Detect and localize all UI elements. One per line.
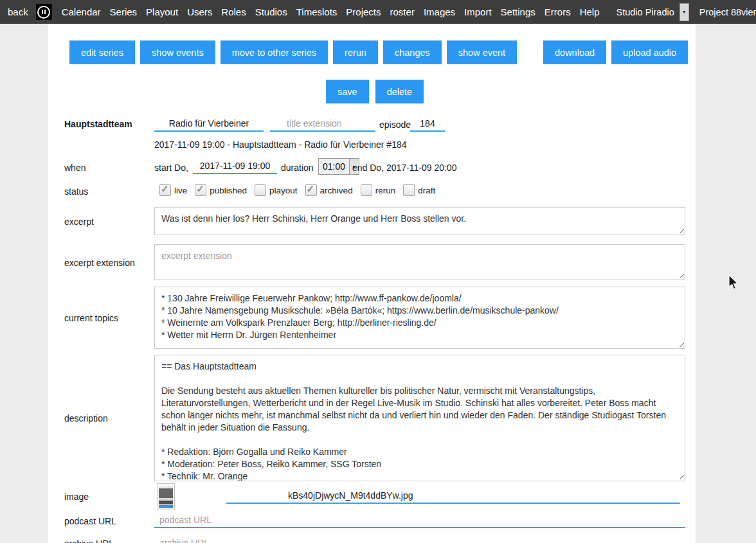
- save-button[interactable]: save: [326, 80, 369, 103]
- project-select-value: Project 88vier: [696, 7, 756, 17]
- playout-checkbox-label: playout: [269, 186, 298, 195]
- rerun-checkbox-label: rerun: [375, 186, 396, 195]
- nav-item-users[interactable]: Users: [187, 6, 212, 17]
- live-checkbox-label: live: [174, 186, 187, 195]
- move-to-other-series-button[interactable]: move to other series: [221, 40, 328, 64]
- episode-summary-line: 2017-11-09 19:00 - Hauptstadtteam - Radi…: [154, 139, 407, 150]
- title-input[interactable]: [154, 116, 264, 132]
- archived-checkbox[interactable]: [305, 184, 317, 196]
- download-button[interactable]: download: [543, 40, 606, 64]
- archive-url-label: archive URL: [64, 539, 114, 543]
- excerpt-textarea[interactable]: Was ist denn hier los? Herr Schinski, He…: [154, 207, 685, 235]
- podcast-url-label: podcast URL: [64, 516, 116, 526]
- save-toolbar: save delete: [326, 80, 424, 103]
- excerpt-field-wrap: Was ist denn hier los? Herr Schinski, He…: [154, 207, 685, 235]
- end-datetime-text: end Do, 2017-11-09 20:00: [352, 163, 456, 173]
- status-checkbox-group: live published playout archived rerun dr…: [159, 184, 443, 196]
- nav-item-roles[interactable]: Roles: [221, 6, 246, 17]
- status-item-published[interactable]: published: [195, 184, 247, 196]
- episode-image-thumbnail[interactable]: [157, 483, 175, 510]
- episode-input[interactable]: [410, 116, 445, 132]
- nav-item-import[interactable]: Import: [464, 6, 492, 17]
- status-label: status: [64, 186, 88, 197]
- mouse-cursor: [728, 274, 739, 291]
- description-label: description: [64, 413, 108, 423]
- published-checkbox-label: published: [210, 186, 247, 195]
- image-label: image: [64, 492, 89, 502]
- edit-series-button[interactable]: edit series: [69, 40, 135, 64]
- start-datetime-input[interactable]: [193, 159, 277, 174]
- series-name-label: Hauptstadtteam: [64, 119, 132, 129]
- nav-item-help[interactable]: Help: [580, 6, 600, 17]
- studio-select[interactable]: Studio Piradio ▼: [613, 3, 689, 21]
- project-select[interactable]: Project 88vier ▼: [696, 3, 756, 21]
- thumbnail-picture: [159, 485, 173, 504]
- rerun-button[interactable]: rerun: [333, 40, 378, 64]
- description-field-wrap: == Das Hauptstadtteam Die Sendung besteh…: [154, 355, 685, 481]
- nav-item-series[interactable]: Series: [110, 6, 138, 17]
- excerpt-extension-textarea[interactable]: [154, 244, 685, 280]
- archive-url-input[interactable]: [154, 536, 685, 543]
- chevron-down-icon: ▼: [680, 3, 689, 21]
- nav-item-images[interactable]: Images: [424, 6, 455, 17]
- rerun-checkbox[interactable]: [361, 184, 372, 196]
- upload-audio-button[interactable]: upload audio: [611, 40, 688, 64]
- podcast-url-input[interactable]: [154, 513, 685, 528]
- published-checkbox[interactable]: [195, 184, 206, 196]
- status-item-live[interactable]: live: [159, 184, 187, 196]
- nav-item-calendar[interactable]: Calendar: [62, 6, 101, 17]
- live-checkbox[interactable]: [159, 184, 171, 196]
- audio-toolbar: download upload audio: [543, 40, 688, 64]
- app-screen: back Calendar Series Playout Users Roles…: [0, 0, 756, 543]
- duration-label: duration: [281, 163, 314, 173]
- series-toolbar: edit series show events move to other se…: [69, 40, 517, 64]
- start-prefix-label: start Do,: [154, 163, 188, 173]
- image-filename-input[interactable]: [226, 488, 680, 504]
- status-item-playout[interactable]: playout: [255, 184, 298, 196]
- excerpt-extension-field-wrap: [154, 244, 685, 280]
- status-item-archived[interactable]: archived: [305, 184, 353, 196]
- changes-button[interactable]: changes: [383, 40, 442, 64]
- nav-item-studios[interactable]: Studios: [255, 6, 287, 17]
- description-textarea[interactable]: == Das Hauptstadtteam Die Sendung besteh…: [154, 355, 685, 481]
- current-topics-textarea[interactable]: * 130 Jahre Freiwillige Feuerwehr Pankow…: [154, 287, 685, 349]
- current-topics-label: current topics: [64, 313, 118, 323]
- draft-checkbox-label: draft: [418, 186, 435, 195]
- nav-item-errors[interactable]: Errors: [544, 6, 571, 17]
- delete-button[interactable]: delete: [375, 80, 424, 103]
- excerpt-extension-label: excerpt extension: [64, 258, 135, 268]
- show-event-button[interactable]: show event: [447, 40, 517, 64]
- duration-select-value: 01:00: [319, 161, 349, 172]
- playout-checkbox[interactable]: [255, 184, 266, 196]
- piradio-logo-icon[interactable]: [36, 4, 52, 20]
- status-item-rerun[interactable]: rerun: [361, 184, 396, 196]
- nav-item-settings[interactable]: Settings: [501, 6, 536, 17]
- title-extension-input[interactable]: [270, 116, 375, 132]
- top-navigation-bar: back Calendar Series Playout Users Roles…: [0, 0, 756, 24]
- episode-label: episode: [379, 120, 411, 130]
- archived-checkbox-label: archived: [320, 186, 353, 195]
- current-topics-field-wrap: * 130 Jahre Freiwillige Feuerwehr Pankow…: [154, 287, 685, 349]
- draft-checkbox[interactable]: [403, 184, 415, 196]
- studio-select-value: Studio Piradio: [613, 7, 680, 17]
- nav-item-projects[interactable]: Projects: [346, 6, 381, 17]
- nav-item-playout[interactable]: Playout: [146, 6, 178, 17]
- show-events-button[interactable]: show events: [140, 40, 215, 64]
- excerpt-label: excerpt: [64, 217, 94, 227]
- pause-icon: [37, 6, 50, 19]
- status-item-draft[interactable]: draft: [403, 184, 435, 196]
- nav-item-back[interactable]: back: [8, 6, 28, 17]
- nav-item-roster[interactable]: roster: [390, 6, 415, 17]
- when-label: when: [64, 163, 86, 173]
- thumbnail-blue-bar: [159, 505, 173, 508]
- nav-item-timeslots[interactable]: Timeslots: [296, 6, 338, 17]
